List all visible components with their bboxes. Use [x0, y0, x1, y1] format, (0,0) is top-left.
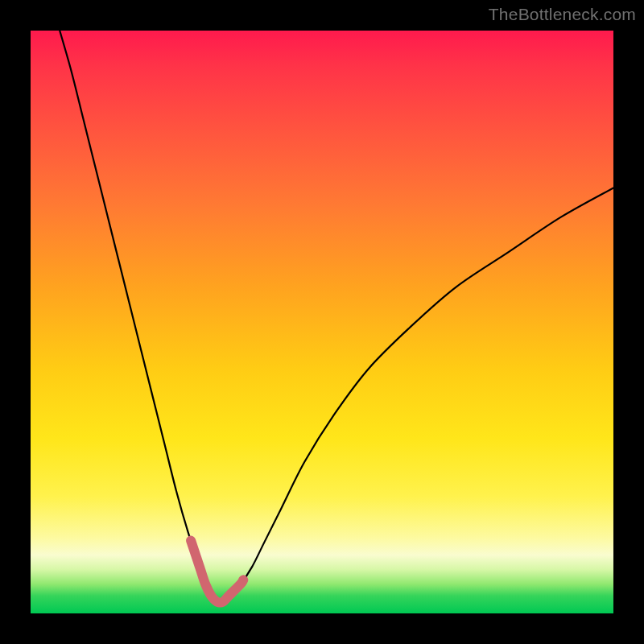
bottleneck-curve-highlight	[191, 541, 243, 603]
watermark-text: TheBottleneck.com	[489, 5, 636, 24]
bottleneck-curve-path	[60, 31, 613, 602]
chart-frame: TheBottleneck.com	[0, 0, 644, 644]
plot-area	[31, 31, 613, 613]
curve-svg	[31, 31, 613, 613]
